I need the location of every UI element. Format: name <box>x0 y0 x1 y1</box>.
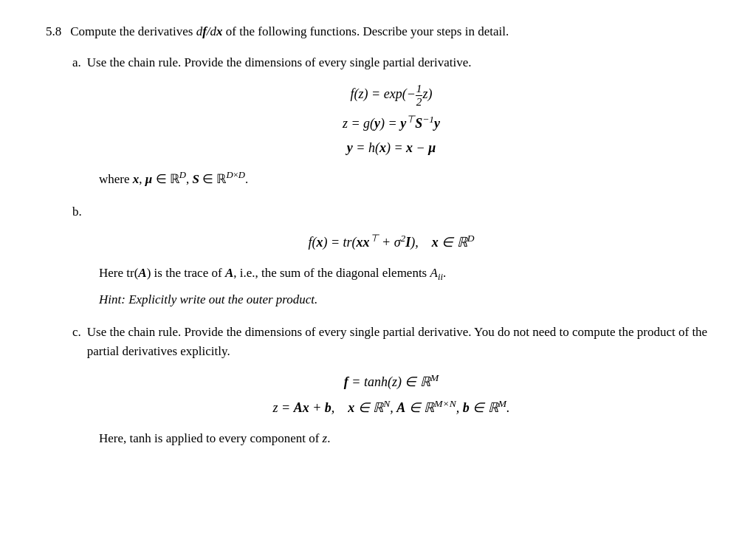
subproblem-b-hint: Hint: Explicitly write out the outer pro… <box>99 289 710 309</box>
problem-number: 5.8 <box>46 22 61 41</box>
subproblem-c-equations: f = tanh(z) ∈ ℝM z = Ax + b, x ∈ ℝN, A ∈… <box>72 371 710 418</box>
subproblem-a-text: Use the chain rule. Provide the dimensio… <box>87 53 472 72</box>
problem-container: 5.8 Compute the derivatives df/dx of the… <box>46 22 710 448</box>
equation-f-tanh: f = tanh(z) ∈ ℝM <box>72 371 710 392</box>
equation-z-ax: z = Ax + b, x ∈ ℝN, A ∈ ℝM×N, b ∈ ℝM. <box>72 397 710 418</box>
equation-fx-trace: f(x) = tr(xx⊤ + σ2I), x ∈ ℝD <box>72 231 710 253</box>
subproblem-a: a. Use the chain rule. Provide the dimen… <box>72 53 710 188</box>
subproblem-a-equations: f(z) = exp(−12z) z = g(y) = y⊤S−1y y = h… <box>72 83 710 159</box>
subproblem-c-label: c. <box>72 323 81 342</box>
equation-fz: f(z) = exp(−12z) <box>72 83 710 109</box>
subproblem-b-label-row: b. <box>72 202 710 222</box>
subproblem-b-body: Here tr(A) is the trace of A, i.e., the … <box>99 263 710 285</box>
subproblem-c-footer: Here, tanh is applied to every component… <box>99 428 710 448</box>
subproblem-b-label: b. <box>72 202 82 222</box>
problem-header: 5.8 Compute the derivatives df/dx of the… <box>46 22 710 41</box>
math-df-dx: df/dx <box>196 24 223 38</box>
equation-y: y = h(x) = x − μ <box>72 138 710 158</box>
subproblem-a-label: a. <box>72 53 81 72</box>
subproblem-c-text: Use the chain rule. Provide the dimensio… <box>87 323 710 360</box>
subproblem-a-header: a. Use the chain rule. Provide the dimen… <box>72 53 710 72</box>
problem-description: Compute the derivatives df/dx of the fol… <box>70 22 509 41</box>
subproblem-b-equation: f(x) = tr(xx⊤ + σ2I), x ∈ ℝD <box>72 231 710 253</box>
subproblem-b: b. f(x) = tr(xx⊤ + σ2I), x ∈ ℝD Here tr(… <box>72 202 710 309</box>
subproblem-c: c. Use the chain rule. Provide the dimen… <box>72 323 710 448</box>
where-line: where x, μ ∈ ℝD, S ∈ ℝD×D. <box>99 168 710 188</box>
equation-z: z = g(y) = y⊤S−1y <box>72 112 710 134</box>
subproblem-c-header: c. Use the chain rule. Provide the dimen… <box>72 323 710 360</box>
